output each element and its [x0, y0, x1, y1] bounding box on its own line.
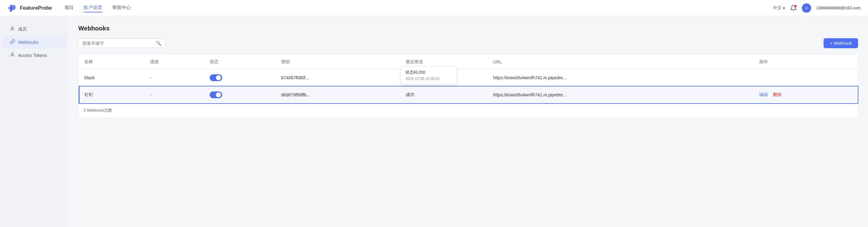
delete-button[interactable]: 删除 [773, 92, 782, 97]
avatar[interactable]: U [802, 3, 811, 13]
notification-icon[interactable] [790, 5, 797, 11]
col-name: 名称 [79, 55, 145, 69]
webhooks-table: 名称 描述 状态 密钥 最近推送 URL 操作 Slack - [79, 55, 858, 103]
nav-link-tenant[interactable]: 租户设置 [84, 3, 102, 12]
row-name: 钉钉 [79, 86, 145, 104]
row-desc: - [145, 86, 205, 104]
sidebar: 成员 Webhooks Access Tokens [0, 16, 68, 227]
col-status: 状态 [205, 55, 276, 69]
sidebar-item-label-webhooks: Webhooks [18, 40, 38, 45]
row-push: 成功 [401, 86, 488, 104]
row-name: Slack [79, 69, 145, 86]
svg-point-1 [794, 5, 797, 7]
row-status [205, 69, 276, 86]
nav-link-projects[interactable]: 项目 [64, 3, 74, 12]
row-url: https://eows0tv4wmfh741.m.pipedre... [488, 69, 754, 86]
status-toggle[interactable] [210, 91, 222, 98]
user-email: 13666666688@163.com [816, 6, 861, 10]
row-secret: b74067f080f... [276, 69, 401, 86]
members-icon [10, 26, 15, 32]
webhooks-table-container: 名称 描述 状态 密钥 最近推送 URL 操作 Slack - [78, 54, 858, 118]
col-desc: 描述 [145, 55, 205, 69]
row-secret: d6d879f90ffb... [276, 86, 401, 104]
table-row: 钉钉 - d6d879f90ffb... 成功 https://eows0tv4… [79, 86, 858, 104]
row-url: https://eows0tv4wmfh741.m.pipedre... [488, 86, 754, 104]
sidebar-item-webhooks[interactable]: Webhooks [2, 36, 66, 49]
logo-text: FeatureProbe [20, 5, 52, 11]
table-body: Slack - b74067f080f... 状态码:200 [79, 69, 858, 104]
nav-link-approval[interactable]: 审批中心 [112, 3, 131, 12]
edit-button[interactable]: 编辑 [759, 92, 768, 97]
row-actions: 编辑 删除 [754, 86, 858, 104]
svg-point-2 [11, 27, 13, 28]
sidebar-item-label-members: 成员 [18, 26, 27, 32]
row-actions [754, 69, 858, 86]
search-icon: 🔍 [156, 41, 161, 46]
svg-point-3 [11, 53, 13, 54]
main-content: Webhooks 🔍 + Webhook 名称 描述 状态 密钥 最近推送 [68, 16, 868, 227]
page-title: Webhooks [78, 25, 858, 32]
table-footer-count: 2 Webhook总数 [79, 103, 858, 117]
nav-links: 项目 租户设置 审批中心 [64, 3, 773, 12]
search-input[interactable] [82, 41, 156, 46]
sidebar-item-access-tokens[interactable]: Access Tokens [2, 49, 66, 62]
sidebar-item-label-access-tokens: Access Tokens [18, 53, 47, 58]
row-status [205, 86, 276, 104]
status-toggle[interactable] [210, 74, 222, 81]
table-row: Slack - b74067f080f... 状态码:200 [79, 69, 858, 86]
add-webhook-button[interactable]: + Webhook [824, 38, 858, 48]
col-url: URL [488, 55, 754, 69]
lang-label: 中文 [773, 5, 782, 11]
col-actions: 操作 [754, 55, 858, 69]
row-desc: - [145, 69, 205, 86]
webhooks-icon [10, 39, 15, 46]
table-header: 名称 描述 状态 密钥 最近推送 URL 操作 [79, 55, 858, 69]
tooltip-box: 状态码:200 2022-12-05 15:35:51 [401, 66, 457, 84]
row-push: 状态码:200 2022-12-05 15:35:51 [401, 69, 488, 86]
tooltip-status: 状态码:200 [405, 70, 452, 75]
svg-point-0 [8, 7, 10, 9]
layout: 成员 Webhooks Access Tokens Webhooks [0, 16, 868, 227]
tooltip-date: 2022-12-05 15:35:51 [405, 77, 452, 81]
nav-right: 中文 ▾ U 13666666688@163.com [773, 3, 861, 13]
col-secret: 密钥 [276, 55, 401, 69]
top-navigation: FeatureProbe 项目 租户设置 审批中心 中文 ▾ U 1366666… [0, 0, 868, 16]
chevron-down-icon: ▾ [783, 6, 785, 10]
access-tokens-icon [10, 52, 15, 58]
toolbar: 🔍 + Webhook [78, 38, 858, 48]
logo: FeatureProbe [7, 3, 52, 13]
lang-switch[interactable]: 中文 ▾ [773, 5, 785, 11]
sidebar-item-members[interactable]: 成员 [2, 23, 66, 35]
search-box: 🔍 [78, 38, 165, 48]
